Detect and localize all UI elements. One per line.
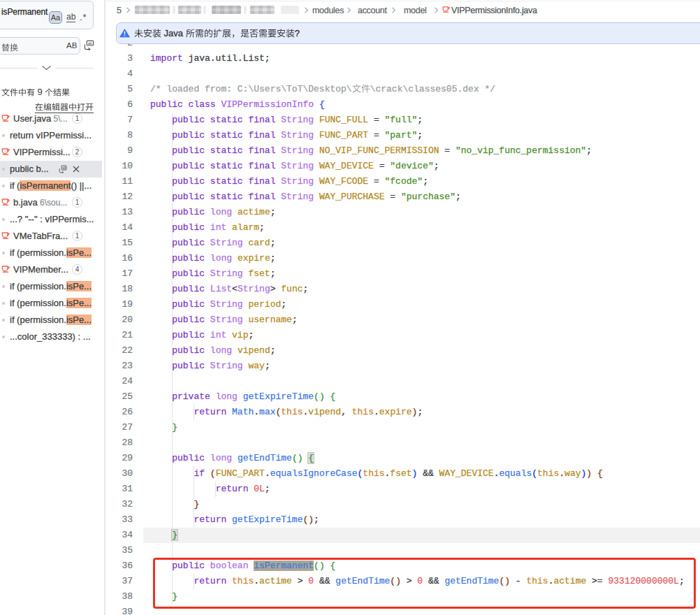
svg-text:ab: ab — [62, 166, 66, 170]
svg-text:ab: ab — [88, 41, 92, 45]
